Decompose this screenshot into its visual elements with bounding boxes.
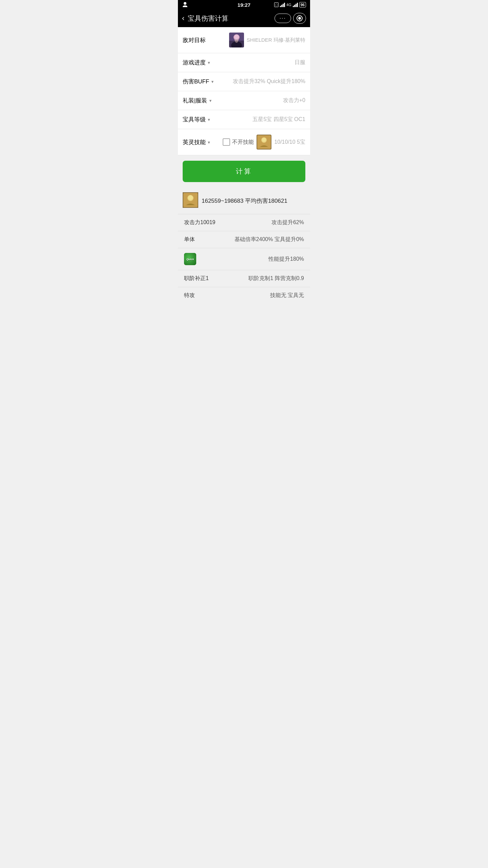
no-skill-checkbox[interactable] bbox=[223, 138, 230, 146]
enemy-name: SHIELDER 玛修·基列莱特 bbox=[247, 37, 305, 43]
enemy-target-row[interactable]: 敌对目标 SHIELDER 玛修·基列莱特 bbox=[178, 27, 310, 53]
detail-single-row: 单体 基础倍率2400% 宝具提升0% bbox=[178, 231, 310, 248]
servant-skills-label: 英灵技能 ▼ bbox=[183, 138, 211, 146]
status-right-icons: □ 4G 96 bbox=[274, 2, 306, 7]
detail-quick-value: 性能提升180% bbox=[268, 256, 304, 263]
dropdown-arrow-progress: ▼ bbox=[207, 61, 211, 65]
detail-quick-label: Quick bbox=[184, 253, 196, 265]
record-button[interactable] bbox=[293, 13, 306, 24]
detail-class-value: 职阶克制1 阵营克制0.9 bbox=[248, 275, 304, 282]
noble-level-row[interactable]: 宝具等级 ▼ 五星5宝 四星5宝 OC1 bbox=[178, 110, 310, 129]
no-skill-checkbox-area[interactable]: 不开技能 bbox=[223, 138, 254, 146]
svg-point-12 bbox=[188, 195, 193, 200]
game-progress-label: 游戏进度 ▼ bbox=[183, 59, 211, 66]
game-progress-row[interactable]: 游戏进度 ▼ 日服 bbox=[178, 53, 310, 72]
equipment-row[interactable]: 礼装|服装 ▼ 攻击力+0 bbox=[178, 91, 310, 110]
back-button[interactable]: ‹ bbox=[182, 14, 184, 23]
result-section: 162559~198683 平均伤害180621 攻击力10019 攻击提升62… bbox=[178, 188, 310, 304]
enemy-target-value: SHIELDER 玛修·基列莱特 bbox=[229, 33, 305, 47]
detail-quick-row: Quick 性能提升180% bbox=[178, 248, 310, 270]
header-right: ··· bbox=[274, 13, 306, 24]
equipment-label: 礼装|服装 ▼ bbox=[183, 97, 212, 104]
record-dot bbox=[298, 17, 301, 20]
battery-level: 96 bbox=[301, 3, 305, 7]
skill-level-value: 10/10/10 5宝 bbox=[274, 139, 305, 146]
detail-class-label: 职阶补正1 bbox=[184, 275, 209, 282]
detail-special-row: 特攻 技能无 宝具无 bbox=[178, 287, 310, 304]
person-icon bbox=[182, 2, 188, 8]
header-left: ‹ 宝具伤害计算 bbox=[182, 14, 228, 23]
servant-skills-value: 不开技能 10/10/10 5宝 bbox=[223, 135, 305, 150]
detail-special-label: 特攻 bbox=[184, 292, 195, 299]
detail-special-value: 技能无 宝具无 bbox=[270, 292, 304, 299]
record-icon bbox=[297, 15, 303, 21]
servant-skills-row[interactable]: 英灵技能 ▼ 不开技能 10/10/10 5宝 bbox=[178, 129, 310, 155]
result-damage-text: 162559~198683 平均伤害180621 bbox=[202, 197, 287, 205]
network-4g: 4G bbox=[286, 3, 291, 7]
no-skill-label: 不开技能 bbox=[232, 139, 254, 146]
dropdown-arrow-buff: ▼ bbox=[210, 80, 214, 84]
damage-buff-value: 攻击提升32% Quick提升180% bbox=[233, 78, 305, 85]
dropdown-arrow-noble: ▼ bbox=[207, 118, 211, 122]
signal-icon-2 bbox=[293, 2, 298, 7]
dropdown-arrow-skill: ▼ bbox=[207, 140, 211, 144]
quick-card-icon: Quick bbox=[184, 253, 196, 265]
svg-point-3 bbox=[231, 41, 242, 47]
result-servant-avatar bbox=[183, 192, 198, 209]
shielder-avatar bbox=[229, 33, 244, 47]
status-bar: 19:27 □ 4G 96 bbox=[178, 0, 310, 9]
game-progress-value: 日服 bbox=[294, 59, 305, 66]
detail-section: 攻击力10019 攻击提升62% 单体 基础倍率2400% 宝具提升0% Qui… bbox=[178, 214, 310, 304]
detail-attack-value: 攻击提升62% bbox=[271, 219, 304, 226]
menu-dots-button[interactable]: ··· bbox=[274, 14, 291, 23]
damage-buff-label: 伤害BUFF ▼ bbox=[183, 78, 214, 85]
detail-class-row: 职阶补正1 职阶克制1 阵营克制0.9 bbox=[178, 270, 310, 287]
battery-indicator: 96 bbox=[299, 2, 306, 7]
signal-icon-1 bbox=[280, 2, 285, 7]
calculate-button-area: 计算 bbox=[178, 155, 310, 188]
noble-level-label: 宝具等级 ▼ bbox=[183, 116, 211, 123]
damage-buff-row[interactable]: 伤害BUFF ▼ 攻击提升32% Quick提升180% bbox=[178, 72, 310, 91]
detail-single-value: 基础倍率2400% 宝具提升0% bbox=[235, 236, 304, 243]
noble-level-value: 五星5宝 四星5宝 OC1 bbox=[252, 116, 305, 123]
quick-icon-inner: Quick bbox=[184, 253, 196, 265]
detail-attack-label: 攻击力10019 bbox=[184, 219, 216, 226]
equipment-value: 攻击力+0 bbox=[283, 97, 305, 104]
status-time: 19:27 bbox=[238, 2, 250, 8]
calculate-button[interactable]: 计算 bbox=[183, 161, 305, 182]
skill-avatar bbox=[257, 135, 271, 150]
main-content: 敌对目标 SHIELDER 玛修·基列莱特 游戏进度 ▼ 日服 bbox=[178, 27, 310, 155]
sim-icon: □ bbox=[274, 2, 279, 7]
svg-point-4 bbox=[234, 35, 239, 39]
page-title: 宝具伤害计算 bbox=[188, 14, 228, 23]
detail-attack-row: 攻击力10019 攻击提升62% bbox=[178, 214, 310, 231]
svg-point-0 bbox=[184, 2, 186, 5]
dropdown-arrow-equipment: ▼ bbox=[208, 99, 212, 103]
app-header: ‹ 宝具伤害计算 ··· bbox=[178, 9, 310, 27]
result-main-row: 162559~198683 平均伤害180621 bbox=[178, 188, 310, 214]
enemy-target-label: 敌对目标 bbox=[183, 36, 206, 44]
detail-single-label: 单体 bbox=[184, 236, 195, 243]
svg-point-8 bbox=[262, 138, 266, 142]
